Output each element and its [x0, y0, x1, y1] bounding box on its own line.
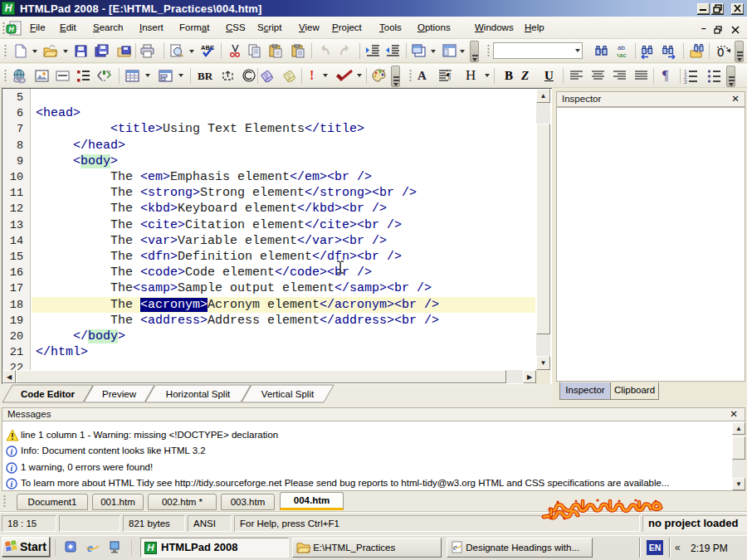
- svg-text:!: !: [11, 432, 13, 441]
- svg-text:i: i: [11, 480, 13, 489]
- svg-text:H: H: [8, 25, 14, 33]
- svg-text:O: O: [717, 46, 724, 58]
- svg-text:¶: ¶: [447, 71, 451, 80]
- svg-text:Preview: Preview: [102, 389, 137, 399]
- svg-text:ab: ab: [618, 44, 625, 51]
- svg-text:i: i: [11, 464, 13, 473]
- svg-text:Code Editor: Code Editor: [21, 389, 76, 399]
- svg-text:i: i: [11, 447, 13, 456]
- svg-text:Horizontal Split: Horizontal Split: [166, 389, 231, 399]
- svg-text:Vertical Split: Vertical Split: [261, 389, 315, 399]
- svg-text:ac: ac: [619, 51, 626, 58]
- svg-text:e: e: [87, 541, 93, 554]
- svg-text:3: 3: [684, 79, 687, 85]
